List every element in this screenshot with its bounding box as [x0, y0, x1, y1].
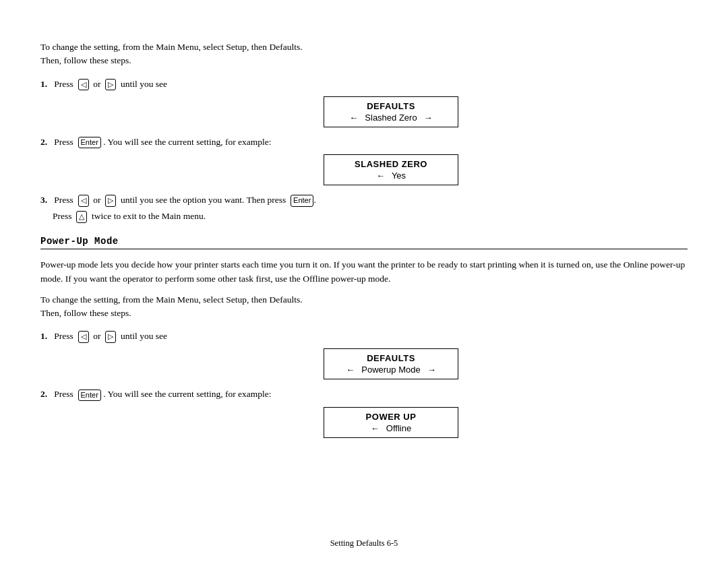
box3-left-arrow: ←: [346, 365, 355, 375]
step-1-text: 1. Press ◁ or ▷ until you see: [40, 77, 688, 91]
step-3-label: 3.: [40, 195, 47, 205]
power-up-section-header: Power-Up Mode: [40, 236, 688, 249]
step-3-line1-after: until you see the option you want. Then …: [121, 195, 286, 205]
section-body-para1: Power-up mode lets you decide how your p…: [40, 257, 688, 286]
display-box-3: DEFAULTS ← Powerup Mode →: [324, 348, 458, 379]
step-2: 2. Press Enter . You will see the curren…: [40, 135, 688, 185]
sec-step-1-after: until you see: [121, 331, 167, 341]
step-1-press: Press: [54, 79, 73, 89]
box2-left-arrow: ←: [376, 170, 385, 181]
box3-item: Powerup Mode: [361, 365, 420, 375]
page-footer: Setting Defaults 6-5: [40, 538, 688, 549]
box4-nav: ← Offline: [331, 423, 451, 433]
intro-line1: To change the setting, from the Main Men…: [40, 42, 303, 52]
display-box-1: DEFAULTS ← Slashed Zero →: [324, 96, 458, 127]
section-intro2-line1: To change the setting, from the Main Men…: [40, 294, 303, 305]
sec-step-2-label: 2.: [40, 389, 47, 399]
box2-title: SLASHED ZERO: [331, 159, 451, 169]
left-key-3[interactable]: ◁: [78, 195, 89, 206]
step-2-text: 2. Press Enter . You will see the curren…: [40, 135, 688, 149]
box4-left-arrow: ←: [371, 423, 380, 433]
box2-wrapper: SLASHED ZERO ← Yes: [94, 154, 688, 185]
sec-step-2-press: Press: [54, 389, 73, 399]
page-content: To change the setting, from the Main Men…: [40, 40, 688, 535]
section-intro2-line2: Then, follow these steps.: [40, 308, 131, 318]
sec-step-2-after: . You will see the current setting, for …: [103, 389, 271, 399]
box1-item: Slashed Zero: [365, 113, 417, 123]
footer-text: Setting Defaults 6-5: [330, 538, 398, 548]
sec-step-1-press: Press: [54, 331, 73, 341]
step-3-or: or: [93, 195, 100, 205]
box1-wrapper: DEFAULTS ← Slashed Zero →: [94, 96, 688, 127]
step-3-line1-end: .: [313, 195, 315, 205]
step-3-line2-after: twice to exit to the Main menu.: [92, 211, 206, 221]
sec-step-1-text: 1. Press ◁ or ▷ until you see: [40, 330, 688, 343]
box4-item: Offline: [386, 423, 411, 433]
box1-right-arrow: →: [424, 113, 433, 123]
box1-title: DEFAULTS: [331, 101, 451, 111]
step-1-after: until you see: [121, 79, 167, 89]
step-1-or: or: [93, 79, 100, 89]
box2-nav: ← Yes: [331, 170, 451, 181]
box1-nav: ← Slashed Zero →: [331, 113, 451, 123]
enter-key-1[interactable]: Enter: [78, 137, 101, 148]
step-3-text: 3. Press ◁ or ▷ until you see the option…: [40, 193, 688, 207]
right-key-3[interactable]: ▷: [105, 195, 116, 206]
sec-step-1-or: or: [93, 331, 100, 341]
display-box-4: POWER UP ← Offline: [324, 407, 458, 438]
step-3-press2: Press: [53, 211, 72, 221]
step-3-line2: Press △ twice to exit to the Main menu.: [40, 210, 688, 223]
box3-wrapper: DEFAULTS ← Powerup Mode →: [94, 348, 688, 379]
right-key-sec1[interactable]: ▷: [105, 331, 116, 342]
sec-step-1: 1. Press ◁ or ▷ until you see DEFAULTS ←…: [40, 330, 688, 379]
left-key-1[interactable]: ◁: [78, 79, 89, 90]
enter-key-sec2[interactable]: Enter: [78, 389, 101, 401]
up-key-3[interactable]: △: [76, 211, 87, 222]
step-1-label: 1.: [40, 79, 47, 89]
box2-item: Yes: [392, 170, 406, 181]
box1-left-arrow: ←: [349, 113, 358, 123]
step-2-press: Press: [54, 137, 73, 147]
display-box-2: SLASHED ZERO ← Yes: [324, 154, 458, 185]
box4-title: POWER UP: [331, 412, 451, 422]
sec-step-2-text: 2. Press Enter . You will see the curren…: [40, 387, 688, 401]
enter-key-3[interactable]: Enter: [291, 195, 313, 206]
box3-right-arrow: →: [427, 365, 436, 375]
sec-step-2: 2. Press Enter . You will see the curren…: [40, 387, 688, 437]
step-2-after: . You will see the current setting, for …: [103, 137, 271, 147]
section-para1: Power-up mode lets you decide how your p…: [40, 259, 685, 284]
box3-title: DEFAULTS: [331, 353, 451, 363]
section-title: Power-Up Mode: [40, 236, 688, 247]
box4-wrapper: POWER UP ← Offline: [94, 407, 688, 438]
step-1: 1. Press ◁ or ▷ until you see DEFAULTS ←…: [40, 77, 688, 127]
left-key-sec1[interactable]: ◁: [78, 331, 89, 342]
right-key-1[interactable]: ▷: [105, 79, 116, 90]
intro-paragraph: To change the setting, from the Main Men…: [40, 40, 688, 68]
step-3-press: Press: [54, 195, 73, 205]
intro-line2: Then, follow these steps.: [40, 55, 131, 65]
sec-step-1-label: 1.: [40, 331, 47, 341]
step-2-label: 2.: [40, 137, 47, 147]
step-3: 3. Press ◁ or ▷ until you see the option…: [40, 193, 688, 224]
box3-nav: ← Powerup Mode →: [331, 365, 451, 375]
section-intro2: To change the setting, from the Main Men…: [40, 293, 688, 321]
